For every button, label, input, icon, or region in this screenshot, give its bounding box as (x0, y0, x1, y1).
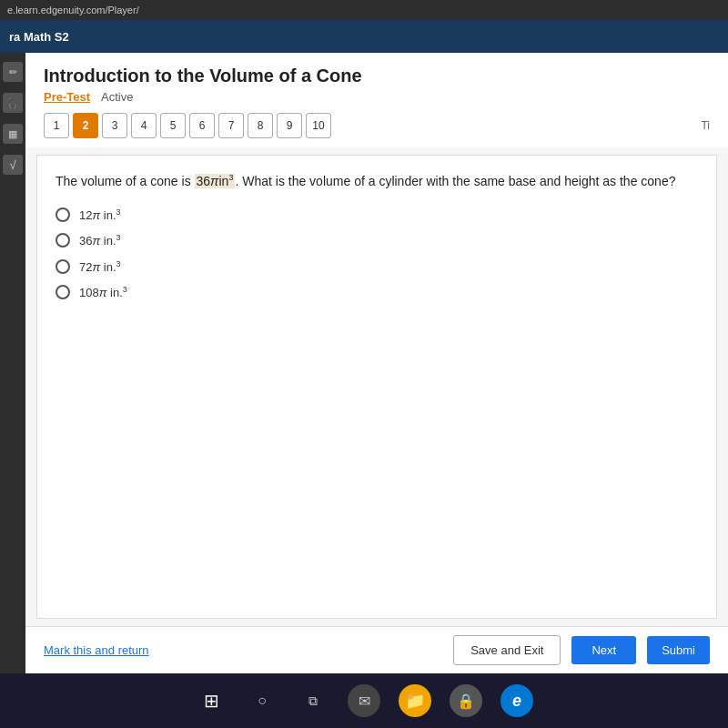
mark-return-link[interactable]: Mark this and return (44, 643, 149, 657)
question-nav: 1 2 3 4 5 6 7 8 9 10 Ti (44, 113, 710, 147)
cone-volume-highlight: 36πin3 (195, 174, 236, 188)
sqrt-icon[interactable]: √ (3, 155, 23, 175)
q-btn-7[interactable]: 7 (218, 113, 244, 138)
top-nav-title: ra Math S2 (9, 30, 69, 44)
pencil-icon[interactable]: ✏ (3, 62, 23, 82)
edge-icon[interactable]: e (500, 684, 533, 717)
option-d[interactable]: 108π in.3 (56, 285, 698, 299)
lesson-title: Introduction to the Volume of a Cone (44, 66, 710, 86)
search-icon[interactable]: ○ (246, 684, 278, 717)
option-b-text: 36π in.3 (79, 233, 121, 248)
lock-icon[interactable]: 🔒 (450, 684, 482, 717)
q-btn-4[interactable]: 4 (131, 113, 157, 138)
option-b[interactable]: 36π in.3 (56, 233, 698, 248)
question-text: The volume of a cone is 36πin3. What is … (56, 172, 698, 191)
option-a-text: 12π in.3 (79, 207, 121, 222)
q-btn-10[interactable]: 10 (306, 113, 331, 138)
q-btn-1[interactable]: 1 (44, 113, 69, 138)
active-label: Active (101, 90, 133, 104)
submit-button[interactable]: Submi (647, 636, 710, 664)
option-d-text: 108π in.3 (79, 285, 127, 299)
q-btn-3[interactable]: 3 (102, 113, 127, 138)
option-a[interactable]: 12π in.3 (56, 207, 698, 222)
bottom-bar: Mark this and return Save and Exit Next … (25, 626, 728, 673)
calculator-icon[interactable]: ▦ (3, 124, 23, 144)
q-btn-6[interactable]: 6 (189, 113, 215, 138)
taskview-icon[interactable]: ⧉ (297, 684, 329, 717)
question-box: The volume of a cone is 36πin3. What is … (36, 155, 717, 619)
pre-test-label[interactable]: Pre-Test (44, 90, 90, 104)
mail-icon[interactable]: ✉ (348, 684, 380, 717)
next-button[interactable]: Next (571, 636, 636, 664)
q-btn-5[interactable]: 5 (160, 113, 186, 138)
q-btn-2[interactable]: 2 (73, 113, 98, 138)
lesson-header: Introduction to the Volume of a Cone Pre… (25, 53, 728, 147)
radio-b[interactable] (56, 233, 70, 248)
option-c[interactable]: 72π in.3 (56, 259, 698, 274)
left-sidebar: ✏ 🎧 ▦ √ (0, 53, 25, 673)
radio-a[interactable] (56, 207, 70, 222)
content-area: Introduction to the Volume of a Cone Pre… (25, 53, 728, 673)
main-container: ✏ 🎧 ▦ √ Introduction to the Volume of a … (0, 53, 728, 673)
headphones-icon[interactable]: 🎧 (3, 93, 23, 113)
browser-bar: e.learn.edgenuity.com/Player/ (0, 0, 728, 20)
timer-area: Ti (701, 119, 710, 132)
option-c-text: 72π in.3 (79, 259, 121, 274)
browser-url: e.learn.edgenuity.com/Player/ (7, 5, 139, 15)
top-nav: ra Math S2 (0, 20, 728, 53)
q-btn-9[interactable]: 9 (277, 113, 302, 138)
folder-icon[interactable]: 📁 (399, 684, 431, 717)
lesson-subtitle-row: Pre-Test Active (44, 90, 710, 104)
q-btn-8[interactable]: 8 (248, 113, 273, 138)
windows-start-icon[interactable]: ⊞ (195, 684, 228, 717)
radio-c[interactable] (56, 259, 70, 274)
save-exit-button[interactable]: Save and Exit (453, 635, 561, 665)
taskbar: ⊞ ○ ⧉ ✉ 📁 🔒 e (0, 673, 728, 728)
radio-d[interactable] (56, 285, 70, 299)
